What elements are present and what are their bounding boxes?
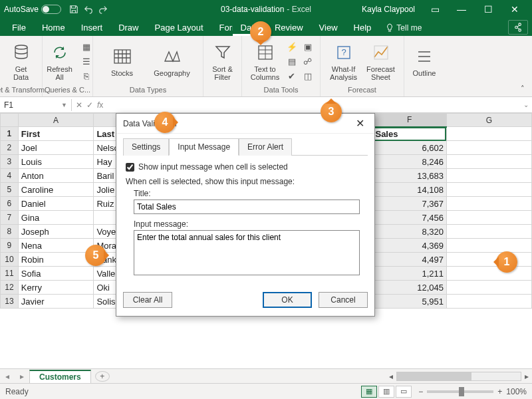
col-header[interactable]: G [446, 114, 531, 127]
row-header[interactable]: 4 [1, 169, 19, 183]
row-header[interactable]: 3 [1, 155, 19, 169]
geography-button[interactable]: Geography [147, 40, 198, 84]
row-header[interactable]: 8 [1, 225, 19, 239]
row-header[interactable]: 12 [1, 281, 19, 295]
cell[interactable]: Sofia [18, 267, 94, 281]
cell[interactable]: Robin [18, 253, 94, 267]
expand-formula-icon[interactable]: ⌄ [520, 101, 532, 108]
zoom-slider[interactable] [427, 390, 493, 393]
tab-help[interactable]: Help [346, 19, 380, 36]
row-header[interactable]: 7 [1, 211, 19, 225]
cell[interactable]: 6,602 [372, 141, 446, 155]
cell[interactable]: Caroline [18, 183, 94, 197]
cell[interactable]: Joseph [18, 225, 94, 239]
row-header[interactable]: 9 [1, 239, 19, 253]
cell[interactable]: 7,367 [372, 197, 446, 211]
cell[interactable]: First [18, 127, 94, 141]
stocks-button[interactable]: Stocks [99, 40, 146, 84]
tab-insert[interactable]: Insert [73, 19, 111, 36]
row-header[interactable]: 6 [1, 197, 19, 211]
col-header[interactable]: F [372, 114, 446, 127]
share-button[interactable] [508, 20, 528, 35]
view-page-break-icon[interactable]: ▭ [396, 386, 412, 398]
maximize-icon[interactable]: ☐ [475, 0, 501, 19]
cell[interactable] [446, 295, 531, 309]
sort-filter-button[interactable]: Sort & Filter [205, 40, 241, 84]
queries-icon[interactable]: ▦ [79, 41, 94, 54]
row-header[interactable]: 5 [1, 183, 19, 197]
dialog-tab-error-alert[interactable]: Error Alert [239, 138, 292, 156]
cell[interactable] [446, 281, 531, 295]
cancel-fx-icon[interactable]: ✕ [76, 100, 82, 110]
fx-icon[interactable]: fx [97, 100, 103, 110]
save-icon[interactable] [68, 3, 80, 15]
name-box[interactable]: F1 ▼ [0, 99, 72, 111]
cell[interactable]: Gina [18, 211, 94, 225]
cell[interactable]: 8,320 [372, 225, 446, 239]
autosave-toggle[interactable]: AutoSave [4, 5, 61, 14]
tab-home[interactable]: Home [34, 19, 73, 36]
cell[interactable] [446, 267, 531, 281]
user-name[interactable]: Kayla Claypool [362, 5, 415, 14]
edit-links-icon[interactable]: ⎘ [79, 70, 94, 83]
row-header[interactable]: 1 [1, 127, 19, 141]
cell[interactable] [446, 127, 531, 141]
checkbox-input[interactable] [126, 163, 134, 172]
refresh-all-button[interactable]: Refresh All [42, 40, 78, 84]
cell[interactable]: 14,108 [372, 183, 446, 197]
what-if-button[interactable]: ? What-If Analysis [326, 40, 362, 84]
show-message-checkbox[interactable]: Show input message when cell is selected [126, 162, 365, 172]
cell[interactable]: Kerry [18, 281, 94, 295]
cell[interactable]: Anton [18, 169, 94, 183]
cell[interactable] [446, 225, 531, 239]
redo-icon[interactable] [97, 3, 109, 15]
zoom-in-icon[interactable]: + [497, 387, 502, 396]
undo-icon[interactable] [82, 3, 94, 15]
minimize-icon[interactable]: — [448, 0, 475, 19]
message-textarea[interactable]: Enter the total annual sales for this cl… [134, 230, 360, 275]
formula-input[interactable] [107, 104, 520, 106]
sheet-tab[interactable]: Customers [29, 370, 91, 383]
dialog-tab-input-message[interactable]: Input Message [169, 138, 239, 156]
close-icon[interactable]: ✕ [501, 0, 528, 19]
row-header[interactable]: 11 [1, 267, 19, 281]
ribbon-options-icon[interactable]: ▭ [422, 0, 448, 19]
cancel-button[interactable]: Cancel [319, 292, 368, 308]
view-page-layout-icon[interactable]: ▥ [378, 386, 394, 398]
dialog-close-icon[interactable]: ✕ [352, 117, 368, 130]
tab-page-layout[interactable]: Page Layout [147, 19, 211, 36]
cell[interactable]: 7,456 [372, 211, 446, 225]
cell[interactable]: 4,369 [372, 239, 446, 253]
col-header[interactable]: A [18, 114, 94, 127]
flash-fill-icon[interactable]: ⚡ [285, 41, 299, 54]
cell[interactable] [446, 183, 531, 197]
cell[interactable] [446, 169, 531, 183]
outline-button[interactable]: Outline [406, 40, 442, 84]
cell[interactable]: Daniel [18, 197, 94, 211]
tell-me[interactable]: Tell me [379, 20, 428, 36]
cell[interactable] [446, 141, 531, 155]
enter-fx-icon[interactable]: ✓ [86, 100, 93, 110]
tab-review[interactable]: Review [267, 19, 311, 36]
tab-nav-next-icon[interactable]: ▸ [15, 372, 29, 381]
row-header[interactable]: 10 [1, 253, 19, 267]
remove-dup-icon[interactable]: ▤ [285, 55, 299, 68]
cell[interactable] [446, 239, 531, 253]
tab-nav-prev-icon[interactable]: ◂ [0, 372, 15, 381]
cell[interactable]: Joel [18, 141, 94, 155]
cell[interactable]: Sales [372, 127, 446, 141]
cell[interactable]: 13,683 [372, 169, 446, 183]
tab-file[interactable]: File [4, 19, 34, 36]
data-model-icon[interactable]: ◫ [301, 70, 315, 83]
cell[interactable] [446, 155, 531, 169]
tab-formulas[interactable]: Formulas [211, 19, 233, 36]
cell[interactable]: Javier [18, 295, 94, 309]
ok-button[interactable]: OK [263, 292, 312, 308]
collapse-ribbon-icon[interactable]: ˄ [515, 82, 531, 95]
cell[interactable]: 8,246 [372, 155, 446, 169]
horizontal-scrollbar[interactable]: ◂▸ [386, 372, 532, 381]
new-sheet-icon[interactable]: + [95, 371, 110, 382]
forecast-sheet-button[interactable]: Forecast Sheet [363, 40, 399, 84]
data-validation-icon[interactable]: ✔ [285, 70, 299, 83]
zoom-control[interactable]: − + 100% [418, 387, 527, 396]
